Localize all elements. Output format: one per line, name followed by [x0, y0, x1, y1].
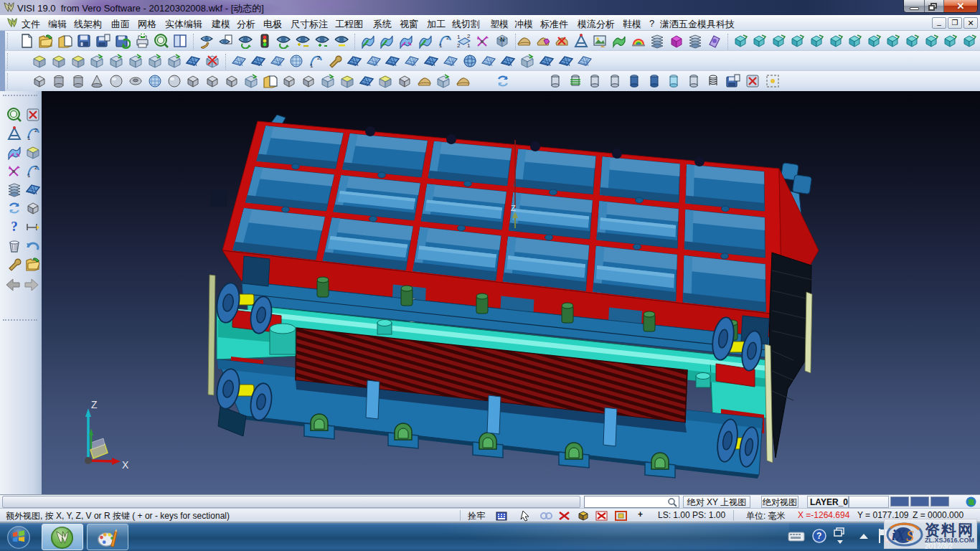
svg-text:?: ? [816, 531, 821, 541]
svg-text:S: S [906, 527, 914, 545]
svg-text:1: 1 [27, 135, 31, 141]
svg-text:Z: Z [91, 399, 98, 410]
svg-text:Z: Z [511, 204, 516, 212]
svg-text:2: 2 [34, 164, 38, 171]
svg-text:1: 1 [27, 172, 31, 179]
svg-text:iX: iX [892, 527, 906, 543]
svg-text:2: 2 [34, 127, 38, 133]
svg-text:X: X [122, 459, 129, 471]
